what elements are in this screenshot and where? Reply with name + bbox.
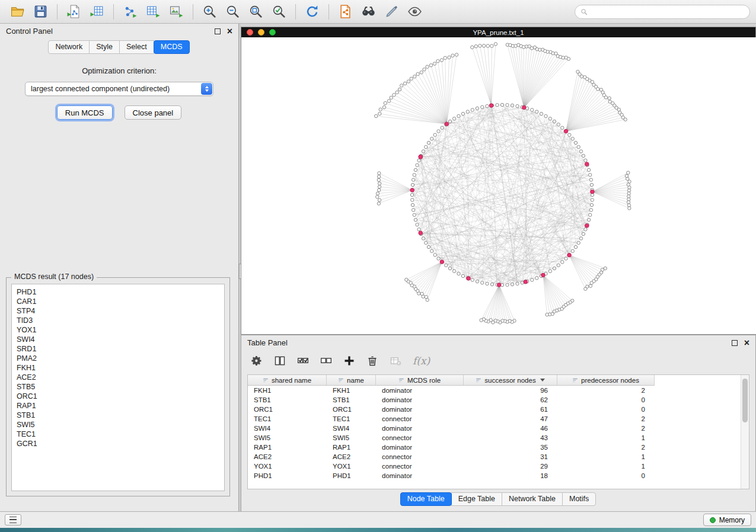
network-node[interactable] [628, 180, 631, 183]
search-box[interactable] [575, 5, 750, 19]
network-node[interactable] [411, 203, 414, 206]
network-node[interactable] [627, 171, 630, 174]
network-node[interactable] [587, 168, 590, 171]
network-node[interactable] [589, 213, 592, 216]
table-row[interactable]: YOX1YOX1connector291 [248, 462, 741, 471]
split-columns-button[interactable] [273, 354, 287, 368]
network-node[interactable] [579, 237, 582, 240]
network-node[interactable] [590, 281, 593, 284]
tab-mcds[interactable]: MCDS [154, 40, 190, 54]
network-node[interactable] [628, 207, 631, 210]
network-node[interactable] [535, 110, 538, 113]
mcds-node[interactable] [567, 253, 572, 257]
network-node[interactable] [437, 257, 440, 260]
mcds-result-item[interactable]: RAP1 [12, 401, 224, 411]
network-node[interactable] [378, 188, 381, 191]
network-node[interactable] [425, 241, 428, 244]
apply-style-button[interactable] [381, 2, 403, 21]
network-node[interactable] [596, 88, 599, 91]
network-node[interactable] [591, 198, 594, 201]
network-node[interactable] [452, 117, 455, 120]
network-node[interactable] [480, 319, 483, 322]
network-node[interactable] [604, 96, 607, 99]
network-node[interactable] [405, 278, 408, 281]
network-node[interactable] [589, 178, 592, 181]
network-node[interactable] [376, 196, 379, 198]
network-node[interactable] [377, 178, 380, 181]
network-window-titlebar[interactable]: YPA_prune.txt_1 [241, 27, 755, 37]
network-node[interactable] [444, 56, 446, 59]
table-row[interactable]: STB1STB1dominator620 [248, 395, 741, 405]
network-node[interactable] [500, 103, 503, 106]
mcds-result-item[interactable]: PMA2 [12, 354, 224, 363]
network-node[interactable] [420, 292, 423, 295]
network-node[interactable] [422, 237, 425, 240]
network-node[interactable] [589, 209, 592, 211]
network-node[interactable] [436, 60, 439, 63]
network-node[interactable] [516, 104, 519, 107]
add-row-button[interactable] [342, 354, 356, 368]
network-node[interactable] [546, 313, 548, 316]
network-node[interactable] [416, 72, 419, 75]
network-node[interactable] [430, 137, 433, 140]
network-node[interactable] [448, 56, 451, 59]
network-node[interactable] [530, 47, 533, 50]
network-node[interactable] [617, 108, 620, 111]
mcds-node[interactable] [524, 280, 528, 284]
mcds-node[interactable] [445, 122, 449, 126]
float-panel-icon[interactable] [215, 28, 221, 34]
column-header-successor-nodes[interactable]: successor nodes [464, 375, 557, 386]
network-node[interactable] [580, 75, 583, 78]
network-node[interactable] [413, 213, 416, 216]
share-document-button[interactable] [334, 2, 356, 21]
mcds-result-item[interactable]: FKH1 [12, 363, 224, 373]
network-node[interactable] [590, 183, 593, 186]
network-node[interactable] [412, 178, 414, 181]
network-node[interactable] [574, 245, 577, 248]
network-node[interactable] [376, 192, 379, 195]
network-node[interactable] [427, 141, 430, 144]
network-node[interactable] [557, 123, 560, 126]
table-row[interactable]: RAP1RAP1dominator352 [248, 443, 741, 452]
network-node[interactable] [516, 282, 519, 285]
network-node[interactable] [400, 84, 403, 87]
network-node[interactable] [577, 145, 580, 148]
panel-menu-button[interactable] [5, 514, 21, 525]
network-node[interactable] [433, 62, 436, 65]
network-node[interactable] [445, 264, 448, 267]
network-node[interactable] [414, 218, 417, 221]
network-node[interactable] [377, 202, 380, 205]
network-node[interactable] [471, 46, 474, 49]
mcds-node[interactable] [585, 224, 589, 228]
network-node[interactable] [430, 249, 433, 252]
network-node[interactable] [579, 150, 582, 153]
network-node[interactable] [544, 114, 547, 117]
tab-select[interactable]: Select [119, 40, 154, 54]
refresh-view-button[interactable] [301, 2, 323, 21]
mcds-result-item[interactable]: STB1 [12, 411, 224, 420]
column-header-predecessor-nodes[interactable]: predecessor nodes [557, 375, 655, 386]
network-node[interactable] [414, 168, 417, 171]
mcds-result-item[interactable]: STB5 [12, 382, 224, 392]
network-node[interactable] [375, 114, 378, 117]
open-session-button[interactable] [7, 2, 28, 21]
import-table-from-file-button[interactable] [86, 2, 108, 21]
zoom-in-button[interactable] [199, 2, 221, 21]
mcds-result-item[interactable]: YOX1 [12, 325, 224, 335]
network-node[interactable] [490, 44, 493, 47]
network-node[interactable] [448, 267, 451, 270]
network-node[interactable] [471, 278, 474, 281]
network-node[interactable] [490, 283, 493, 286]
mcds-result-item[interactable]: TEC1 [12, 430, 224, 439]
column-header-name[interactable]: name [327, 375, 376, 386]
network-node[interactable] [451, 54, 454, 57]
mcds-result-item[interactable]: SRD1 [12, 344, 224, 354]
network-node[interactable] [403, 82, 406, 85]
mcds-result-item[interactable]: STP4 [12, 306, 224, 316]
network-node[interactable] [384, 101, 387, 104]
network-node[interactable] [587, 218, 590, 221]
mcds-result-item[interactable]: ORC1 [12, 392, 224, 401]
network-node[interactable] [393, 94, 395, 97]
function-builder-button[interactable]: f(x) [413, 355, 430, 367]
zoom-out-button[interactable] [222, 2, 244, 21]
